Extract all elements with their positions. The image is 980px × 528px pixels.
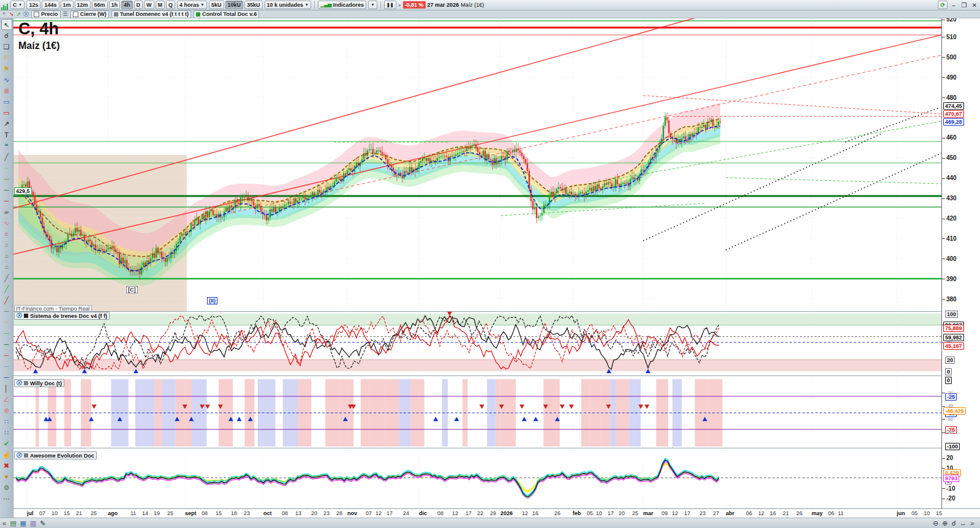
timeframe-button-W[interactable]: W xyxy=(144,1,154,9)
collapse-icon[interactable]: ▾ xyxy=(1,471,12,482)
more-icon[interactable]: ⋯ xyxy=(1,493,12,504)
ellipse-green2-icon[interactable]: ○ xyxy=(1,262,12,273)
hline-green2-icon[interactable]: ─ xyxy=(1,173,12,184)
panel-divider[interactable] xyxy=(13,311,941,312)
hline-darkgreen2-icon[interactable]: ─ xyxy=(1,339,12,350)
legend-control[interactable]: Control Total Doc v.6 xyxy=(194,10,259,18)
draw-icon[interactable]: ✎ xyxy=(40,519,45,527)
volume-button-10kU[interactable]: 10kU xyxy=(225,1,244,9)
rect-tool-blue-icon[interactable]: ▭ xyxy=(1,96,12,107)
trendline-green-icon[interactable]: ╱ xyxy=(1,284,12,295)
price-chart[interactable] xyxy=(13,18,941,311)
chart-area[interactable] xyxy=(13,18,941,508)
record-icon[interactable]: ● xyxy=(398,2,401,8)
zoom-tool-icon[interactable]: ☌ xyxy=(1,30,12,41)
trendline-gray-icon[interactable]: ╱ xyxy=(1,273,12,284)
time-axis[interactable]: jul0710152125ago11141925sept08151823oct0… xyxy=(0,508,980,518)
timeframe-button-1m[interactable]: 1m xyxy=(61,1,74,9)
restore-button[interactable]: ❐ xyxy=(960,2,968,9)
checkbox-icon[interactable] xyxy=(73,12,78,17)
ellipse-green-icon[interactable]: ○ xyxy=(1,251,12,262)
panel-header-sistema[interactable]: ⓧ Sistema de trenes Doc v4 (f f) xyxy=(14,312,110,320)
numbers-blue-icon[interactable]: ∷ xyxy=(1,416,12,427)
angle-tool-icon[interactable]: ∠ xyxy=(1,394,12,405)
alert-settings-icon[interactable]: ⚙ xyxy=(1,482,12,493)
ellipse-red-icon[interactable]: ○ xyxy=(1,228,12,239)
scroll-right-icon[interactable]: » xyxy=(970,519,974,527)
panel-header-willy[interactable]: ⓧ Willy Doc (t) xyxy=(14,379,64,387)
callout-tool-icon[interactable]: ❝ xyxy=(1,140,12,151)
thumbsup-icon[interactable]: ☝ xyxy=(1,449,12,460)
close-panel-icon[interactable]: ⓧ xyxy=(17,312,22,320)
volume-button-5kU[interactable]: 5kU xyxy=(209,1,224,9)
numbers-blue2-icon[interactable]: ∷ xyxy=(1,427,12,438)
sistema-trenes-panel[interactable] xyxy=(13,311,941,376)
zoom-in-icon[interactable]: ⊕ xyxy=(942,519,948,527)
hline-red-icon[interactable]: ─ xyxy=(1,350,12,361)
fibonacci-tool-icon[interactable]: ≣ xyxy=(1,85,12,96)
panel-header-awesome[interactable]: ⓧ Awesome Evolution Doc xyxy=(14,451,97,459)
chart-style-icon[interactable]: ▥ xyxy=(30,519,36,527)
panel-divider[interactable] xyxy=(13,375,941,376)
indicators-button[interactable]: ▁▃▅Indicadores xyxy=(318,1,366,9)
minimize-button[interactable]: – xyxy=(949,2,958,9)
timeframe-button-12m[interactable]: 12m xyxy=(75,1,91,9)
timeframe-button-12s[interactable]: 12s xyxy=(26,1,40,9)
ellipse-brown-icon[interactable]: ○ xyxy=(1,239,12,251)
text-tool-icon[interactable]: T xyxy=(1,129,12,140)
chart-grid-icon[interactable]: ▦ xyxy=(20,519,26,527)
hline-darkblue-icon[interactable]: ─ xyxy=(1,372,12,383)
close-panel-icon[interactable]: ⓧ xyxy=(17,451,22,459)
magnifier-icon[interactable]: ☌ xyxy=(951,519,956,527)
alarm-edit-icon[interactable]: ⚐ xyxy=(1,52,12,63)
symbol-dropdown[interactable]: C▼ xyxy=(10,1,24,9)
check-icon[interactable]: ✔ xyxy=(1,438,12,449)
collapse-legend-icon[interactable]: ＾ xyxy=(1,10,7,18)
timeframe-button-56m[interactable]: 56m xyxy=(92,1,108,9)
zoom-out-icon[interactable]: ⊖ xyxy=(933,519,938,527)
chart-mini-icon[interactable]: ▤ xyxy=(10,519,16,527)
pan-icon[interactable]: ↔ xyxy=(960,519,967,527)
scroll-left-icon[interactable]: « xyxy=(2,519,6,527)
hline-darkgreen-icon[interactable]: ─ xyxy=(1,184,12,195)
wave-label-ii[interactable]: (II) xyxy=(207,297,217,304)
wave-label-c[interactable]: [C] xyxy=(126,286,138,293)
timeframe-button-M[interactable]: M xyxy=(156,1,165,9)
close-legend-icon[interactable]: ⓧ xyxy=(23,10,29,18)
cursor-tool-icon[interactable]: ↖ xyxy=(1,19,12,30)
pause-button[interactable]: ❚❚ xyxy=(384,1,396,9)
hline-lightblue-icon[interactable]: ─ xyxy=(1,361,12,372)
legend-precio[interactable]: Precio xyxy=(31,10,61,18)
volume-button-35kU[interactable]: 35kU xyxy=(244,1,263,9)
price-axis[interactable]: 5205105004904804604504404304204104003903… xyxy=(941,18,980,508)
timeframe-dropdown[interactable]: 4 horas▼ xyxy=(177,1,207,9)
panel-divider[interactable] xyxy=(13,448,941,448)
timeframe-button-D[interactable]: D xyxy=(134,1,143,9)
hline-pink-icon[interactable]: ─ xyxy=(1,317,12,328)
awesome-panel[interactable] xyxy=(13,448,941,508)
legend-tunel[interactable]: Tunel Domenec v4 (t t t t t) xyxy=(111,10,191,18)
close-button[interactable]: ✕ xyxy=(970,2,979,9)
arrow-down-red-icon[interactable]: ➘ xyxy=(9,11,14,17)
timeframe-button-1h[interactable]: 1h xyxy=(109,1,121,9)
timeframe-button-4h[interactable]: 4h xyxy=(121,1,133,9)
indicators-more-dropdown[interactable]: ▼ xyxy=(368,1,377,9)
hline-green-icon[interactable]: ─ xyxy=(1,328,12,339)
polyline-tool-icon[interactable]: ∿ xyxy=(1,74,12,85)
legend-cierre[interactable]: Cierre (W) xyxy=(70,10,109,18)
list-icon[interactable]: ☰ xyxy=(63,11,68,17)
close-panel-icon[interactable]: ⓧ xyxy=(17,379,22,387)
timeframe-button-Q[interactable]: Q xyxy=(166,1,175,9)
hline-red2-icon[interactable]: ─ xyxy=(1,195,12,206)
trendline-red-icon[interactable]: ╱ xyxy=(1,295,12,306)
indicator-curve-icon[interactable]: ∿ xyxy=(1,217,12,228)
circle-target-icon[interactable]: ⊕ xyxy=(1,405,12,416)
rect-tool-red-icon[interactable]: ▭ xyxy=(1,107,12,118)
willy-panel[interactable] xyxy=(13,376,941,448)
arrow-tool-icon[interactable]: ↗ xyxy=(1,118,12,129)
checkbox-icon[interactable] xyxy=(34,12,39,17)
refresh-icon[interactable]: ⟳ xyxy=(938,1,948,9)
delete-icon[interactable]: ✖ xyxy=(1,460,12,471)
hline-lightgreen-icon[interactable]: ─ xyxy=(1,162,12,173)
volume-dropdown[interactable]: 10 k unidades▼ xyxy=(265,1,311,9)
